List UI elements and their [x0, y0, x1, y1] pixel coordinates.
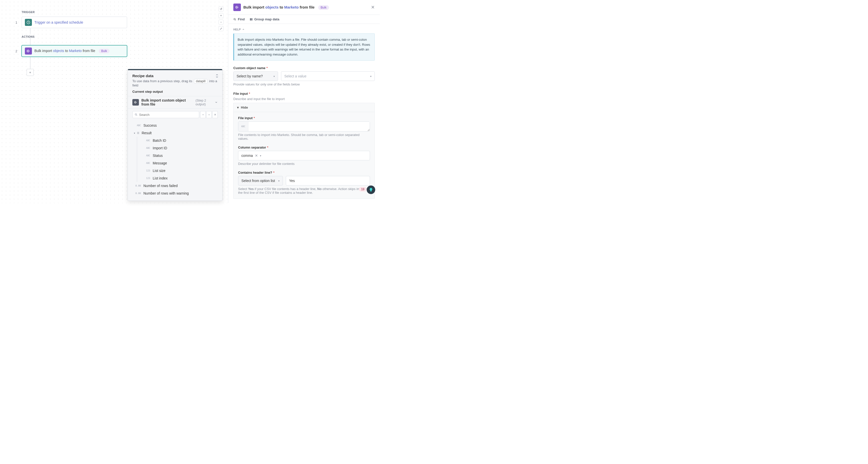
hide-toggle[interactable]: ▾ Hide: [234, 103, 374, 112]
output-header[interactable]: Bulk import custom object from file (Ste…: [128, 96, 222, 109]
panel-toolbar: Find Group map data: [228, 15, 380, 24]
file-input-label: File input*: [233, 92, 375, 95]
select-by-name-dropdown[interactable]: Select by name? ▾: [233, 71, 278, 81]
undo-button[interactable]: ↺: [218, 6, 223, 11]
step-1-card[interactable]: Trigger on a specified schedule: [22, 17, 127, 28]
output-meta: (Step 2 output): [196, 98, 215, 106]
file-input-textarea-wrap: ABC: [238, 121, 370, 132]
svg-rect-7: [135, 101, 135, 104]
close-button[interactable]: ✕: [371, 4, 375, 10]
bulk-badge: Bulk: [318, 5, 329, 10]
marketo-output-icon: [132, 99, 139, 106]
group-icon: [250, 18, 253, 21]
drag-handle-icon[interactable]: [216, 74, 218, 78]
zoom-out-button[interactable]: −: [218, 20, 223, 25]
tree-item-message[interactable]: ABC Message: [137, 160, 218, 167]
panel-body: HELP Bulk import objects into Marketo fr…: [228, 24, 380, 203]
svg-line-10: [136, 115, 137, 116]
search-icon: [233, 18, 236, 21]
marketo-icon: [233, 3, 241, 11]
help-lightbulb-button[interactable]: [367, 185, 375, 194]
svg-rect-19: [250, 18, 251, 20]
tree-item-batch-id[interactable]: ABC Batch ID: [137, 137, 218, 144]
search-next-button[interactable]: [206, 111, 212, 118]
inner-file-input-label: File input*: [238, 116, 370, 120]
bulk-badge: Bulk: [99, 49, 110, 53]
column-separator-select[interactable]: comma ✕ ▾: [238, 151, 370, 161]
datapill-tag: datapill: [194, 79, 208, 83]
svg-marker-5: [216, 77, 218, 78]
tree-item-rows-failed[interactable]: 0.00 Number of rows failed: [132, 182, 218, 190]
tree-item-list-size[interactable]: 123 List size: [137, 167, 218, 174]
custom-object-name-select[interactable]: Select a value ▾: [281, 71, 375, 81]
tree-item-status[interactable]: ABC Status: [137, 152, 218, 160]
find-button[interactable]: Find: [233, 17, 245, 21]
column-separator-label: Column separator*: [238, 146, 370, 149]
file-input-textarea[interactable]: [248, 122, 370, 131]
connector-line: [30, 28, 30, 34]
search-icon: [135, 113, 137, 116]
connector-line: [30, 38, 30, 45]
help-toggle[interactable]: HELP: [233, 28, 375, 31]
search-input[interactable]: [139, 113, 197, 117]
clear-icon[interactable]: ✕: [255, 153, 258, 157]
svg-rect-1: [27, 50, 27, 52]
tree-item-list-index[interactable]: 123 List index: [137, 174, 218, 182]
type-badge: 0.00: [134, 192, 141, 195]
type-badge: ABC: [143, 162, 150, 164]
svg-rect-3: [29, 50, 29, 52]
caret-down-icon: ▾: [134, 132, 135, 135]
step-1-number: 1: [12, 21, 20, 24]
add-step-button[interactable]: +: [27, 69, 34, 76]
tree-item-import-id[interactable]: ABC Import ID: [137, 144, 218, 152]
clock-icon: [25, 19, 32, 26]
chevron-down-icon: ▾: [370, 75, 371, 78]
type-badge: 123: [143, 169, 150, 172]
panel-title: Bulk import objects to Marketo from file…: [243, 5, 329, 10]
recipe-data-title: Recipe data: [132, 74, 218, 78]
chevron-down-icon: ▾: [260, 154, 261, 157]
column-separator-hint: Describe your delimiter for file content…: [238, 162, 370, 166]
caret-down-icon: ▾: [237, 106, 239, 109]
header-line-label: Contains header line?*: [238, 171, 370, 174]
svg-point-17: [234, 18, 235, 20]
search-input-wrapper: [132, 111, 199, 118]
group-map-data-button[interactable]: Group map data: [250, 17, 279, 21]
fit-button[interactable]: ⤢: [218, 26, 223, 31]
type-badge: ABC: [143, 147, 150, 149]
header-line-mode-select[interactable]: Select from option list ▾: [238, 176, 283, 185]
svg-marker-4: [216, 74, 218, 75]
search-row: ✕: [128, 109, 222, 121]
step-1-text: Trigger on a specified schedule: [34, 20, 83, 24]
tree-item-rows-warning[interactable]: 0.00 Number of rows with warning: [132, 190, 218, 197]
canvas-controls: ↺ + − ⤢: [218, 6, 223, 31]
svg-rect-20: [251, 18, 252, 20]
step-1-row: 1 Trigger on a specified schedule: [0, 17, 228, 28]
file-input-hint: Describe and input the file to import: [233, 97, 375, 101]
recipe-data-subtitle: To use data from a previous step, drag i…: [132, 79, 218, 87]
output-tree: ABC Success ▾ Result ABC Batch ID ABC Im…: [128, 121, 222, 201]
connector-line: [30, 57, 30, 69]
tree-item-result[interactable]: ▾ Result: [132, 129, 218, 137]
marketo-icon: [25, 48, 32, 55]
zoom-in-button[interactable]: +: [218, 13, 223, 18]
svg-rect-8: [136, 102, 136, 103]
svg-point-9: [135, 114, 136, 115]
search-prev-button[interactable]: [200, 111, 206, 118]
help-box: Bulk import objects into Marketo from a …: [233, 33, 375, 61]
file-input-group: ▾ Hide File input* ABC File contents to …: [233, 103, 375, 199]
search-clear-button[interactable]: ✕: [212, 111, 218, 118]
svg-rect-2: [28, 50, 28, 53]
svg-rect-6: [134, 102, 135, 103]
header-line-hint: Select Yes if your CSV file contents has…: [238, 187, 370, 195]
step-2-card[interactable]: Bulk import objects to Marketo from file…: [22, 45, 127, 57]
notification-count-badge[interactable]: 19: [359, 187, 367, 192]
tree-item-success[interactable]: ABC Success: [132, 122, 218, 129]
chevron-down-icon: [215, 101, 218, 104]
step-2-number: 2: [12, 49, 20, 53]
type-badge: 0.00: [134, 184, 141, 187]
custom-object-name-hint: Provide values for only one of the field…: [233, 82, 375, 86]
type-badge: 123: [143, 177, 150, 179]
header-line-value-select[interactable]: Yes: [286, 176, 370, 185]
svg-rect-15: [237, 6, 237, 9]
